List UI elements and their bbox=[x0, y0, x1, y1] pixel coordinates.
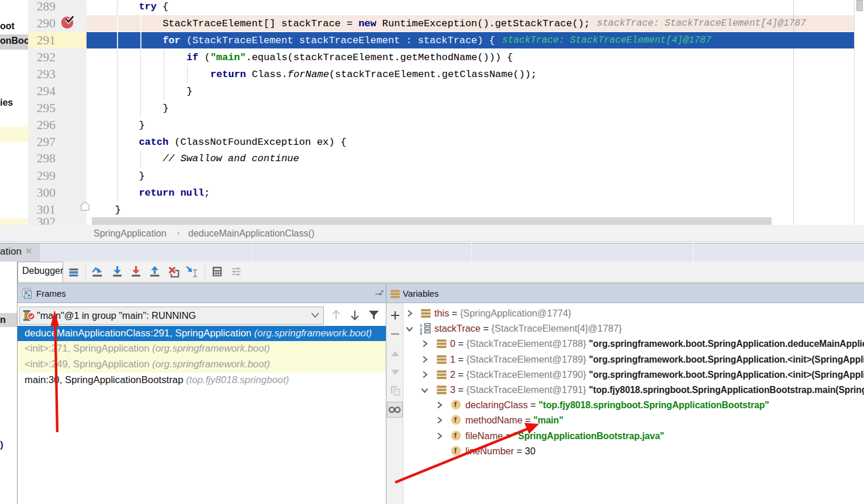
svg-text:3: 3 bbox=[420, 331, 422, 335]
